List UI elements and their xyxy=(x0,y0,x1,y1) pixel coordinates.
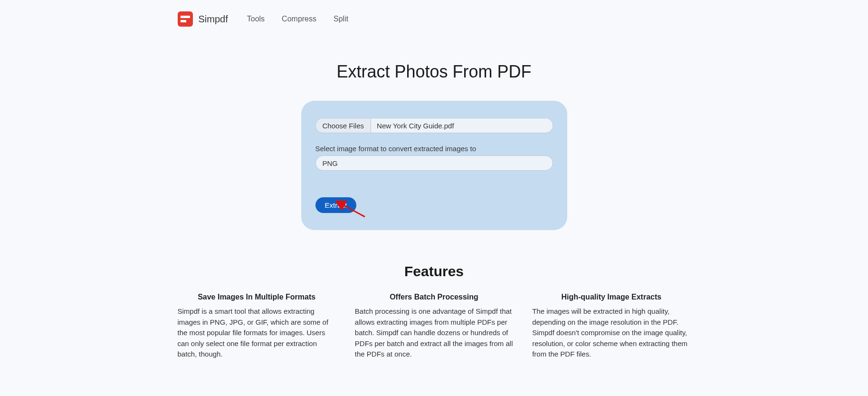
choose-files-button[interactable]: Choose Files xyxy=(316,118,372,133)
upload-card: Choose Files New York City Guide.pdf Sel… xyxy=(301,101,567,230)
selected-file-name: New York City Guide.pdf xyxy=(371,118,552,133)
feature-title: Save Images In Multiple Formats xyxy=(178,293,336,301)
file-input-row: Choose Files New York City Guide.pdf xyxy=(315,118,553,133)
logo-icon xyxy=(178,11,193,27)
feature-desc: Simpdf is a smart tool that allows extra… xyxy=(178,306,336,360)
features-grid: Save Images In Multiple Formats Simpdf i… xyxy=(178,293,691,360)
brand-name: Simpdf xyxy=(199,14,228,25)
nav-item-tools[interactable]: Tools xyxy=(247,15,265,23)
nav-item-split[interactable]: Split xyxy=(334,15,348,23)
features-heading: Features xyxy=(178,263,691,280)
extract-button[interactable]: Extract xyxy=(315,197,357,213)
feature-desc: The images will be extracted in high qua… xyxy=(532,306,690,360)
format-select[interactable]: PNG xyxy=(315,155,553,171)
feature-item: Save Images In Multiple Formats Simpdf i… xyxy=(178,293,336,360)
logo[interactable]: Simpdf xyxy=(178,11,228,27)
format-select-value: PNG xyxy=(323,159,338,167)
page-container: Simpdf Tools Compress Split Extract Phot… xyxy=(168,0,700,360)
nav-item-compress[interactable]: Compress xyxy=(282,15,316,23)
feature-item: High-quality Image Extracts The images w… xyxy=(532,293,690,360)
feature-item: Offers Batch Processing Batch processing… xyxy=(355,293,513,360)
page-title: Extract Photos From PDF xyxy=(178,62,691,82)
header: Simpdf Tools Compress Split xyxy=(178,0,691,38)
format-label: Select image format to convert extracted… xyxy=(315,145,553,153)
feature-title: Offers Batch Processing xyxy=(355,293,513,301)
feature-desc: Batch processing is one advantage of Sim… xyxy=(355,306,513,360)
nav: Tools Compress Split xyxy=(247,15,348,23)
feature-title: High-quality Image Extracts xyxy=(532,293,690,301)
